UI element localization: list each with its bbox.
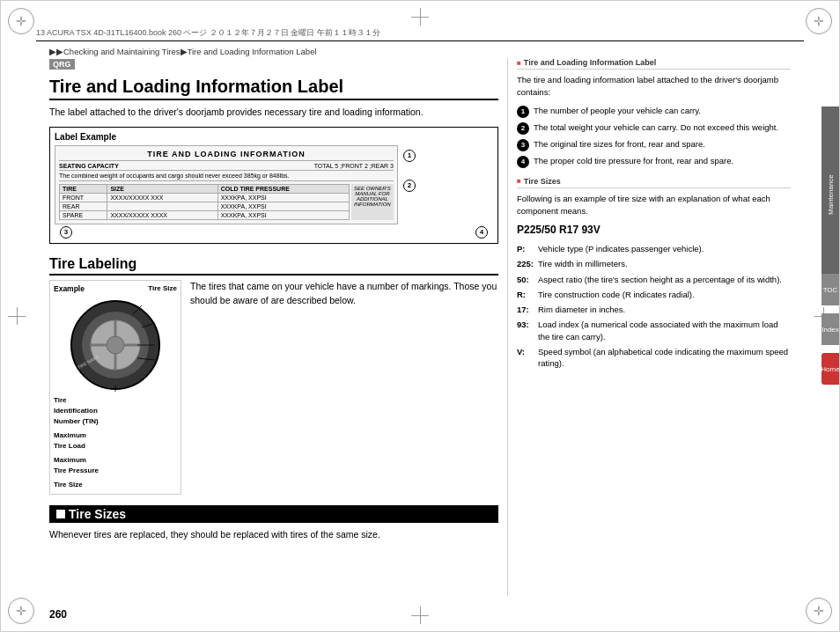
spec-row-50: 50: Aspect ratio (the tire's section hei… — [517, 274, 791, 285]
crosshair-bottom — [411, 606, 429, 624]
spec-text-17: Rim diameter in inches. — [538, 304, 625, 315]
callout-1: 1 — [403, 150, 416, 162]
example-label: Example — [54, 284, 85, 293]
right-section1-label: Tire and Loading Information Label — [524, 58, 656, 67]
spec-row-93: 93: Load index (a numerical code associa… — [517, 319, 791, 342]
main-content: QRG Tire and Loading Information Label T… — [49, 58, 791, 596]
header-left-text: 13 ACURA TSX 4D-31TL16400.book 260 ページ ２… — [36, 27, 380, 39]
spec-row-17: 17: Rim diameter in inches. — [517, 304, 791, 315]
spec-letter-17: 17: — [517, 304, 534, 315]
label-example-box: Label Example TIRE AND LOADING INFORMATI… — [49, 127, 498, 244]
numbered-item-1: 1 The number of people your vehicle can … — [517, 105, 791, 118]
tab-maintenance[interactable]: Maintenance — [822, 107, 839, 283]
num-badge-1: 1 — [517, 106, 529, 118]
label-max-load: MaximumTire Load — [54, 430, 177, 452]
spec-text-p: Vehicle type (P indicates passenger vehi… — [538, 243, 704, 254]
numbered-item-4: 4 The proper cold tire pressure for fron… — [517, 155, 791, 168]
tire-sizes-title: Tire Sizes — [49, 505, 498, 523]
item-4-text: The proper cold tire pressure for front,… — [534, 155, 733, 166]
tire-sizes-label: Tire Sizes — [69, 507, 126, 521]
spec-row-p: P: Vehicle type (P indicates passenger v… — [517, 243, 791, 254]
page-number: 260 — [49, 608, 67, 621]
numbered-item-2: 2 The total weight your vehicle can carr… — [517, 121, 791, 135]
seating-label: SEATING CAPACITY — [59, 163, 119, 169]
table-row: FRONT XXXX/XXXXX XXX XXXKPA, XXPSI — [60, 193, 350, 202]
right-section2-content: Following is an example of tire size wit… — [517, 193, 791, 370]
spec-letter-225: 225: — [517, 258, 534, 269]
spec-text-v: Speed symbol (an alphabetical code indic… — [538, 346, 791, 370]
tab-toc[interactable]: TOC — [822, 274, 839, 305]
spec-letter-93: 93: — [517, 319, 534, 342]
tire-sizes-section: Tire Sizes Whenever tires are replaced, … — [49, 505, 498, 542]
intro-text: The label attached to the driver's doorj… — [49, 106, 498, 120]
spec-text-50: Aspect ratio (the tire's section height … — [538, 274, 782, 285]
corner-mark-bl: ✛ — [8, 598, 34, 624]
num-badge-3: 3 — [517, 139, 529, 151]
col-size: SIZE — [107, 184, 217, 193]
tire-label-table: TIRE SIZE COLD TIRE PRESSURE FRONT XXXX/… — [59, 184, 350, 220]
corner-mark-br: ✛ — [806, 598, 832, 624]
spec-letter-50: 50: — [517, 274, 534, 285]
tire-labeling-section: Example Tire Size — [49, 280, 498, 495]
row-pressure: XXXKPA, XXPSI — [217, 202, 349, 210]
callout-2: 2 — [403, 180, 416, 192]
spec-text-r: Tire construction code (R indicates radi… — [538, 289, 695, 300]
spec-letter-v: V: — [517, 346, 534, 370]
tab-home[interactable]: Home — [822, 353, 839, 385]
right-section2-label: Tire Sizes — [524, 177, 561, 186]
spec-row-225: 225: Tire width in millimeters. — [517, 258, 791, 269]
item-2-text: The total weight your vehicle can carry.… — [534, 121, 778, 133]
row-size: XXXX/XXXXX XXX — [107, 193, 217, 202]
row-label: SPARE — [60, 210, 107, 219]
crosshair-top — [411, 8, 429, 26]
tab-index[interactable]: Index — [822, 313, 839, 345]
svg-point-3 — [107, 336, 124, 354]
spec-letter-p: P: — [517, 243, 534, 254]
tire-diagram: Example Tire Size — [49, 280, 181, 495]
square-icon — [56, 510, 65, 518]
spec-row-v: V: Speed symbol (an alphabetical code in… — [517, 346, 791, 370]
table-row: REAR XXXKPA, XXPSI — [60, 202, 350, 210]
label-max-pressure: MaximumTire Pressure — [54, 455, 177, 476]
item-1-text: The number of people your vehicle can ca… — [534, 105, 701, 116]
numbered-item-3: 3 The original tire sizes for front, rea… — [517, 138, 791, 151]
spec-text-93: Load index (a numerical code associated … — [538, 319, 791, 342]
diagram-labels: TireIdentificationNumber (TIN) MaximumTi… — [54, 395, 177, 490]
qrg-badge: QRG — [49, 59, 75, 70]
section-title-tire-labeling: Tire Labeling — [49, 256, 498, 276]
header-bar: 13 ACURA TSX 4D-31TL16400.book 260 ページ ２… — [36, 26, 804, 41]
table-row: SPARE XXXX/XXXXX XXXX XXXKPA, XXPSI — [60, 210, 350, 219]
label-tire-size-bottom: Tire Size — [54, 480, 177, 490]
callout-4: 4 — [475, 226, 488, 239]
row-label: REAR — [60, 202, 107, 210]
tire-label: TIRE AND LOADING INFORMATION SEATING CAP… — [55, 145, 398, 224]
right-section1-title: ■ Tire and Loading Information Label — [517, 58, 791, 70]
tire-svg: TIRE NAME — [67, 297, 164, 393]
spec-text-225: Tire width in millimeters. — [538, 258, 628, 269]
label-example-title: Label Example — [55, 132, 493, 142]
tire-label-combined: The combined weight of occupants and car… — [59, 173, 394, 181]
spec-letter-r: R: — [517, 289, 534, 300]
corner-mark-tr: ✛ — [806, 8, 832, 34]
section2-intro: Following is an example of tire size wit… — [517, 193, 791, 218]
tire-sizes-whenever: Whenever tires are replaced, they should… — [49, 528, 498, 542]
item-3-text: The original tire sizes for front, rear … — [534, 138, 705, 150]
tire-size-label: Tire Size — [148, 284, 177, 293]
row-pressure: XXXKPA, XXPSI — [217, 193, 349, 202]
crosshair-left — [8, 307, 26, 325]
right-section2-title: ■ Tire Sizes — [517, 177, 791, 188]
row-size — [107, 202, 217, 210]
row-label: FRONT — [60, 193, 107, 202]
row-size: XXXX/XXXXX XXXX — [107, 210, 217, 219]
tire-label-header: TIRE AND LOADING INFORMATION — [59, 150, 394, 161]
col-tire: TIRE — [60, 184, 107, 193]
breadcrumb: ▶▶Checking and Maintaining Tires▶Tire an… — [49, 47, 317, 56]
left-column: QRG Tire and Loading Information Label T… — [49, 58, 498, 596]
spec-row-r: R: Tire construction code (R indicates r… — [517, 289, 791, 300]
tire-svg-container: TIRE NAME — [54, 297, 177, 393]
corner-mark-tl: ✛ — [8, 8, 34, 34]
combined-value: 385kg or 848lbs. — [244, 173, 290, 179]
right-section1-content: The tire and loading information label a… — [517, 74, 791, 168]
seating-value: TOTAL 5 ;FRONT 2 ;REAR 3 — [314, 163, 394, 169]
tire-size-code: P225/50 R17 93V — [517, 222, 791, 238]
